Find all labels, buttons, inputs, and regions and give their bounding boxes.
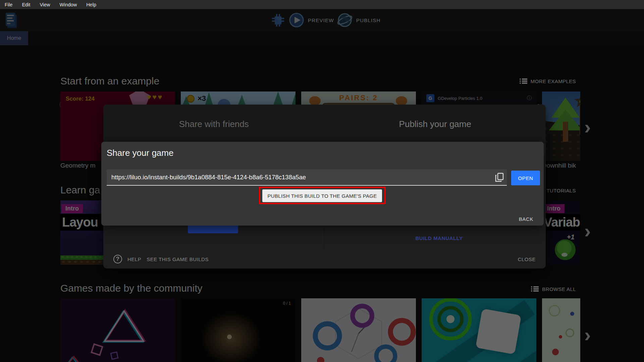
- build-url-text[interactable]: https://liluo.io/instant-builds/9b1a0884…: [107, 174, 492, 181]
- open-build-button[interactable]: OPEN: [511, 171, 540, 185]
- menu-edit[interactable]: Edit: [17, 2, 35, 7]
- menu-view[interactable]: View: [35, 2, 55, 7]
- build-url-field[interactable]: https://liluo.io/instant-builds/9b1a0884…: [107, 169, 507, 186]
- share-your-game-modal: Share your game https://liluo.io/instant…: [101, 142, 544, 226]
- gdevelop-window: { "menu_bar": { "items": ["File", "Edit"…: [0, 0, 644, 362]
- menu-help[interactable]: Help: [82, 2, 101, 7]
- copy-icon[interactable]: [492, 170, 507, 185]
- menu-file[interactable]: File: [0, 2, 17, 7]
- annotation-highlight-box: [259, 187, 386, 204]
- back-button[interactable]: BACK: [519, 216, 533, 222]
- menu-window[interactable]: Window: [55, 2, 82, 7]
- menu-bar: File Edit View Window Help: [0, 0, 644, 9]
- modal-title: Share your game: [107, 148, 173, 158]
